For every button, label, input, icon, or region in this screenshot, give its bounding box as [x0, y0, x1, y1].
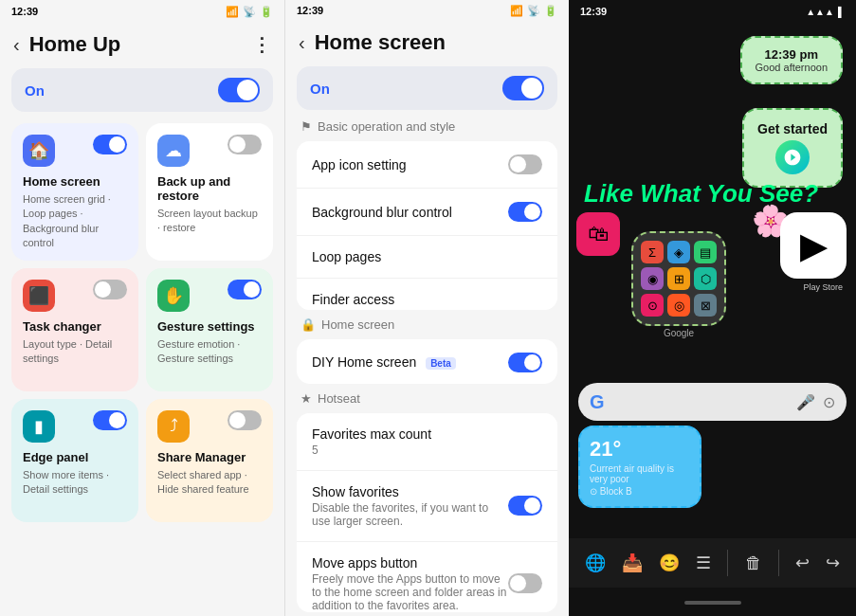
- card-top-edge: ▮: [23, 410, 127, 443]
- wifi-icon-2: 📶: [510, 5, 523, 17]
- diy-home-content: 12:39 pm Good afternoon Get started Like…: [569, 23, 856, 538]
- toggle-app-icon[interactable]: [508, 154, 542, 174]
- panel-home-up: 12:39 📶 📡 🔋 ‹ Home Up ⋮ On 🏠 Home scre: [0, 0, 284, 616]
- toggle-home-screen[interactable]: [93, 135, 127, 154]
- top-nav-1: ‹ Home Up ⋮: [0, 23, 284, 63]
- play-store-icon[interactable]: ▶: [780, 212, 847, 279]
- toggle-edge[interactable]: [93, 410, 127, 430]
- home-icon: 🏠: [23, 135, 55, 167]
- setting-show-favorites[interactable]: Show favorites Disable the favorites, if…: [297, 471, 557, 542]
- setting-move-apps[interactable]: Move apps button Freely move the Apps bu…: [297, 542, 557, 612]
- folder-app-7: ⊙: [641, 294, 664, 317]
- section-home-label: 🔒 Home screen: [285, 314, 569, 335]
- basic-settings-group: App icon setting Background blur control…: [297, 141, 557, 310]
- card-gesture[interactable]: ✋ Gesture settings Gesture emotion · Ges…: [146, 268, 273, 391]
- card-top-share: ⤴: [157, 410, 262, 443]
- main-toggle-1[interactable]: [218, 78, 260, 102]
- toggle-gesture[interactable]: [228, 280, 262, 299]
- folder-app-8: ◎: [667, 294, 690, 317]
- back-button-2[interactable]: ‹: [299, 32, 305, 54]
- task-icon: ⬛: [23, 280, 55, 312]
- redo-icon[interactable]: ↪: [826, 553, 840, 573]
- nav-divider-2: [778, 550, 779, 576]
- toggle-show-favorites[interactable]: [508, 496, 542, 516]
- edge-icon: ▮: [23, 410, 55, 443]
- folder-label: Google: [631, 328, 726, 338]
- weather-widget[interactable]: 21° Current air quality is very poor ⊙ B…: [578, 426, 701, 508]
- card-top-home: 🏠: [23, 135, 127, 167]
- store-app-icon[interactable]: 🛍: [576, 212, 620, 256]
- setting-loop-pages[interactable]: Loop pages: [297, 236, 557, 279]
- toggle-label-1: On: [25, 82, 45, 99]
- card-top-backup: ☁: [157, 135, 262, 167]
- toggle-move-apps[interactable]: [508, 573, 542, 593]
- home-indicator: [684, 601, 741, 605]
- globe-icon[interactable]: 🌐: [585, 553, 606, 573]
- card-top-task: ⬛: [23, 280, 127, 312]
- card-home-screen[interactable]: 🏠 Home screen Home screen grid · Loop pa…: [11, 123, 138, 261]
- card-desc-home: Home screen grid · Loop pages · Backgrou…: [23, 192, 127, 251]
- folder-app-4: ◉: [641, 267, 664, 290]
- status-bar-1: 12:39 📶 📡 🔋: [0, 0, 284, 23]
- get-started-label: Get started: [757, 121, 828, 136]
- battery-icon: 🔋: [260, 6, 273, 18]
- card-backup[interactable]: ☁ Back up and restore Screen layout back…: [146, 123, 273, 261]
- setting-favorites-max[interactable]: Favorites max count 5: [297, 413, 557, 471]
- card-edge-panel[interactable]: ▮ Edge panel Show more items · Detail se…: [11, 399, 138, 522]
- wifi-icon: 📶: [226, 6, 239, 18]
- page-title-2: Home screen: [315, 30, 555, 55]
- backup-icon: ☁: [157, 135, 190, 167]
- battery-icon-3: ▌: [838, 7, 845, 17]
- card-desc-edge: Show more items · Detail settings: [23, 468, 127, 498]
- status-time-3: 12:39: [580, 6, 607, 17]
- setting-bg-blur[interactable]: Background blur control: [297, 189, 557, 236]
- toggle-bg-blur[interactable]: [508, 202, 542, 222]
- widget-get-started[interactable]: Get started: [742, 108, 843, 188]
- panel-home-screen: 12:39 📶 📡 🔋 ‹ Home screen On ⚑ Basic ope…: [284, 0, 569, 616]
- emoji-icon[interactable]: 😊: [659, 553, 680, 573]
- bottom-nav-bar: 🌐 📥 😊 ☰ 🗑 ↩ ↪: [569, 538, 856, 588]
- share-icon: ⤴: [157, 410, 190, 443]
- card-title-task: Task changer: [23, 319, 127, 334]
- status-icons-2: 📶 📡 🔋: [510, 5, 557, 17]
- toggle-diy-home[interactable]: [508, 353, 542, 372]
- undo-icon[interactable]: ↩: [795, 553, 810, 573]
- microphone-icon[interactable]: 🎤: [796, 393, 815, 411]
- card-task-changer[interactable]: ⬛ Task changer Layout type · Detail sett…: [11, 268, 138, 391]
- toggle-backup[interactable]: [228, 135, 262, 154]
- search-bar-widget[interactable]: G 🎤 ⊙: [578, 383, 847, 421]
- setting-app-icon[interactable]: App icon setting: [297, 141, 557, 189]
- menu-button-1[interactable]: ⋮: [252, 33, 271, 56]
- card-title-share: Share Manager: [157, 450, 262, 464]
- card-desc-backup: Screen layout backup · restore: [157, 207, 262, 236]
- back-button-1[interactable]: ‹: [13, 34, 20, 56]
- folder-app-3: ▤: [694, 241, 717, 263]
- card-share-manager[interactable]: ⤴ Share Manager Select shared app · Hide…: [146, 399, 273, 522]
- setting-finder-access[interactable]: Finder access: [297, 279, 557, 310]
- signal-icon-2: 📡: [527, 5, 540, 17]
- main-toggle-2[interactable]: [502, 76, 544, 100]
- card-title-edge: Edge panel: [23, 450, 127, 464]
- toggle-thumb-2: [521, 78, 542, 99]
- beta-badge: Beta: [426, 357, 456, 370]
- trash-icon[interactable]: 🗑: [745, 553, 762, 573]
- widget-time[interactable]: 12:39 pm Good afternoon: [740, 36, 843, 84]
- get-started-icon: [775, 140, 810, 174]
- battery-icon-2: 🔋: [544, 5, 557, 17]
- status-icons-3: ▲▲▲ ▌: [806, 7, 845, 17]
- status-time-1: 12:39: [11, 6, 38, 17]
- toggle-task[interactable]: [93, 280, 127, 299]
- app-folder[interactable]: Σ ◈ ▤ ◉ ⊞ ⬡ ⊙ ◎ ⊠ Google: [631, 231, 726, 338]
- section-icon-basic: ⚑: [301, 119, 312, 134]
- toggle-share[interactable]: [228, 410, 262, 430]
- setting-diy-home[interactable]: DIY Home screen Beta: [297, 339, 557, 384]
- card-title-gesture: Gesture settings: [157, 319, 262, 334]
- download-icon[interactable]: 📥: [622, 553, 643, 573]
- folder-app-2: ◈: [667, 241, 690, 263]
- menu-icon[interactable]: ☰: [696, 553, 711, 573]
- home-indicator-bar: [569, 588, 856, 616]
- status-bar-3: 12:39 ▲▲▲ ▌: [569, 0, 856, 23]
- lens-icon[interactable]: ⊙: [823, 393, 835, 411]
- feature-cards-grid: 🏠 Home screen Home screen grid · Loop pa…: [0, 118, 284, 532]
- section-hotseat-label: ★ Hotseat: [285, 388, 569, 409]
